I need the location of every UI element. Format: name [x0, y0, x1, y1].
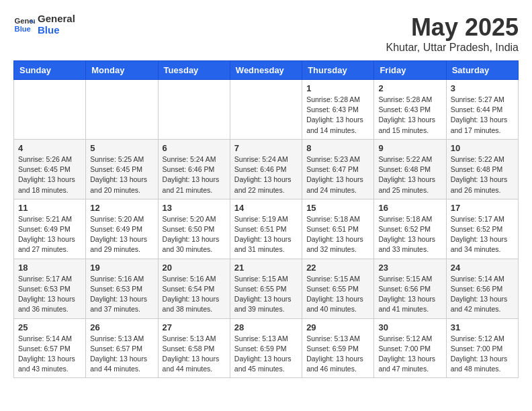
calendar-cell: 8Sunrise: 5:23 AM Sunset: 6:47 PM Daylig…: [302, 139, 374, 199]
calendar-cell: [230, 80, 302, 140]
day-number: 27: [163, 322, 226, 332]
day-info: Sunrise: 5:16 AM Sunset: 6:54 PM Dayligh…: [163, 274, 226, 315]
calendar-day-header: Saturday: [446, 61, 518, 80]
calendar-cell: 1Sunrise: 5:28 AM Sunset: 6:43 PM Daylig…: [302, 80, 374, 140]
calendar-cell: 30Sunrise: 5:12 AM Sunset: 7:00 PM Dayli…: [374, 318, 446, 378]
calendar-cell: 31Sunrise: 5:12 AM Sunset: 7:00 PM Dayli…: [446, 318, 518, 378]
day-info: Sunrise: 5:14 AM Sunset: 6:57 PM Dayligh…: [18, 334, 81, 375]
calendar-cell: 27Sunrise: 5:13 AM Sunset: 6:58 PM Dayli…: [158, 318, 230, 378]
day-number: 30: [378, 322, 441, 332]
day-number: 29: [306, 322, 369, 332]
day-number: 5: [90, 143, 153, 153]
calendar-cell: 11Sunrise: 5:21 AM Sunset: 6:49 PM Dayli…: [14, 199, 86, 259]
day-info: Sunrise: 5:19 AM Sunset: 6:51 PM Dayligh…: [234, 214, 298, 255]
calendar-cell: 3Sunrise: 5:27 AM Sunset: 6:44 PM Daylig…: [446, 80, 518, 140]
day-number: 9: [378, 143, 441, 153]
calendar-cell: 13Sunrise: 5:20 AM Sunset: 6:50 PM Dayli…: [158, 199, 230, 259]
calendar-cell: 24Sunrise: 5:14 AM Sunset: 6:56 PM Dayli…: [446, 259, 518, 318]
logo-general: General: [38, 13, 75, 25]
calendar-week-row: 11Sunrise: 5:21 AM Sunset: 6:49 PM Dayli…: [14, 199, 519, 259]
calendar-cell: 16Sunrise: 5:18 AM Sunset: 6:52 PM Dayli…: [374, 199, 446, 259]
calendar-cell: 6Sunrise: 5:24 AM Sunset: 6:46 PM Daylig…: [158, 139, 230, 199]
calendar-cell: 25Sunrise: 5:14 AM Sunset: 6:57 PM Dayli…: [14, 318, 86, 378]
day-info: Sunrise: 5:17 AM Sunset: 6:53 PM Dayligh…: [18, 274, 81, 315]
day-info: Sunrise: 5:15 AM Sunset: 6:55 PM Dayligh…: [306, 274, 369, 315]
day-number: 6: [163, 143, 226, 153]
logo-blue: Blue: [38, 25, 75, 36]
day-number: 24: [451, 263, 514, 273]
day-info: Sunrise: 5:17 AM Sunset: 6:52 PM Dayligh…: [451, 214, 514, 255]
day-info: Sunrise: 5:12 AM Sunset: 7:00 PM Dayligh…: [451, 334, 514, 375]
day-number: 3: [451, 83, 514, 93]
day-info: Sunrise: 5:14 AM Sunset: 6:56 PM Dayligh…: [451, 274, 514, 315]
calendar-cell: 14Sunrise: 5:19 AM Sunset: 6:51 PM Dayli…: [230, 199, 302, 259]
day-info: Sunrise: 5:15 AM Sunset: 6:55 PM Dayligh…: [234, 274, 298, 315]
calendar-table: SundayMondayTuesdayWednesdayThursdayFrid…: [13, 60, 519, 378]
calendar-cell: 28Sunrise: 5:13 AM Sunset: 6:59 PM Dayli…: [230, 318, 302, 378]
calendar-week-row: 1Sunrise: 5:28 AM Sunset: 6:43 PM Daylig…: [14, 80, 519, 140]
calendar-cell: 23Sunrise: 5:15 AM Sunset: 6:56 PM Dayli…: [374, 259, 446, 318]
title-block: May 2025 Khutar, Uttar Pradesh, India: [386, 13, 519, 54]
day-number: 17: [451, 203, 514, 213]
month-title: May 2025: [386, 13, 519, 42]
day-number: 2: [378, 83, 441, 93]
day-info: Sunrise: 5:18 AM Sunset: 6:52 PM Dayligh…: [378, 214, 441, 255]
day-info: Sunrise: 5:12 AM Sunset: 7:00 PM Dayligh…: [378, 334, 441, 375]
day-number: 18: [18, 263, 81, 273]
svg-text:Blue: Blue: [15, 24, 31, 32]
day-number: 25: [18, 322, 81, 332]
day-info: Sunrise: 5:23 AM Sunset: 6:47 PM Dayligh…: [306, 154, 369, 195]
calendar-cell: 26Sunrise: 5:13 AM Sunset: 6:57 PM Dayli…: [86, 318, 158, 378]
calendar-day-header: Tuesday: [158, 61, 230, 80]
calendar-cell: [86, 80, 158, 140]
calendar-cell: [14, 80, 86, 140]
day-info: Sunrise: 5:20 AM Sunset: 6:50 PM Dayligh…: [163, 214, 226, 255]
calendar-cell: 17Sunrise: 5:17 AM Sunset: 6:52 PM Dayli…: [446, 199, 518, 259]
calendar-day-header: Thursday: [302, 61, 374, 80]
day-info: Sunrise: 5:20 AM Sunset: 6:49 PM Dayligh…: [90, 214, 153, 255]
day-info: Sunrise: 5:15 AM Sunset: 6:56 PM Dayligh…: [378, 274, 441, 315]
day-number: 10: [451, 143, 514, 153]
day-info: Sunrise: 5:13 AM Sunset: 6:59 PM Dayligh…: [234, 334, 298, 375]
calendar-week-row: 25Sunrise: 5:14 AM Sunset: 6:57 PM Dayli…: [14, 318, 519, 378]
calendar-day-header: Friday: [374, 61, 446, 80]
calendar-cell: 22Sunrise: 5:15 AM Sunset: 6:55 PM Dayli…: [302, 259, 374, 318]
day-info: Sunrise: 5:24 AM Sunset: 6:46 PM Dayligh…: [163, 154, 226, 195]
day-info: Sunrise: 5:22 AM Sunset: 6:48 PM Dayligh…: [451, 154, 514, 195]
logo-icon: General Blue: [13, 14, 35, 36]
day-number: 12: [90, 203, 153, 213]
day-info: Sunrise: 5:28 AM Sunset: 6:43 PM Dayligh…: [378, 95, 441, 136]
day-info: Sunrise: 5:27 AM Sunset: 6:44 PM Dayligh…: [451, 95, 514, 136]
calendar-cell: 7Sunrise: 5:24 AM Sunset: 6:46 PM Daylig…: [230, 139, 302, 199]
day-info: Sunrise: 5:24 AM Sunset: 6:46 PM Dayligh…: [234, 154, 298, 195]
day-info: Sunrise: 5:25 AM Sunset: 6:45 PM Dayligh…: [90, 154, 153, 195]
day-number: 28: [234, 322, 298, 332]
day-number: 7: [234, 143, 298, 153]
calendar-cell: 12Sunrise: 5:20 AM Sunset: 6:49 PM Dayli…: [86, 199, 158, 259]
calendar-cell: 10Sunrise: 5:22 AM Sunset: 6:48 PM Dayli…: [446, 139, 518, 199]
calendar-cell: 2Sunrise: 5:28 AM Sunset: 6:43 PM Daylig…: [374, 80, 446, 140]
day-number: 14: [234, 203, 298, 213]
day-number: 31: [451, 322, 514, 332]
day-info: Sunrise: 5:22 AM Sunset: 6:48 PM Dayligh…: [378, 154, 441, 195]
calendar-cell: 18Sunrise: 5:17 AM Sunset: 6:53 PM Dayli…: [14, 259, 86, 318]
day-number: 13: [163, 203, 226, 213]
day-info: Sunrise: 5:16 AM Sunset: 6:53 PM Dayligh…: [90, 274, 153, 315]
logo: General Blue General Blue: [13, 13, 75, 36]
day-info: Sunrise: 5:13 AM Sunset: 6:59 PM Dayligh…: [306, 334, 369, 375]
day-number: 22: [306, 263, 369, 273]
day-number: 15: [306, 203, 369, 213]
calendar-header-row: SundayMondayTuesdayWednesdayThursdayFrid…: [14, 61, 519, 80]
day-number: 16: [378, 203, 441, 213]
day-info: Sunrise: 5:13 AM Sunset: 6:57 PM Dayligh…: [90, 334, 153, 375]
calendar-cell: 5Sunrise: 5:25 AM Sunset: 6:45 PM Daylig…: [86, 139, 158, 199]
day-number: 8: [306, 143, 369, 153]
location-title: Khutar, Uttar Pradesh, India: [386, 42, 519, 54]
calendar-week-row: 4Sunrise: 5:26 AM Sunset: 6:45 PM Daylig…: [14, 139, 519, 199]
day-number: 19: [90, 263, 153, 273]
calendar-cell: [158, 80, 230, 140]
calendar-day-header: Sunday: [14, 61, 86, 80]
calendar-day-header: Wednesday: [230, 61, 302, 80]
calendar-cell: 20Sunrise: 5:16 AM Sunset: 6:54 PM Dayli…: [158, 259, 230, 318]
day-number: 1: [306, 83, 369, 93]
